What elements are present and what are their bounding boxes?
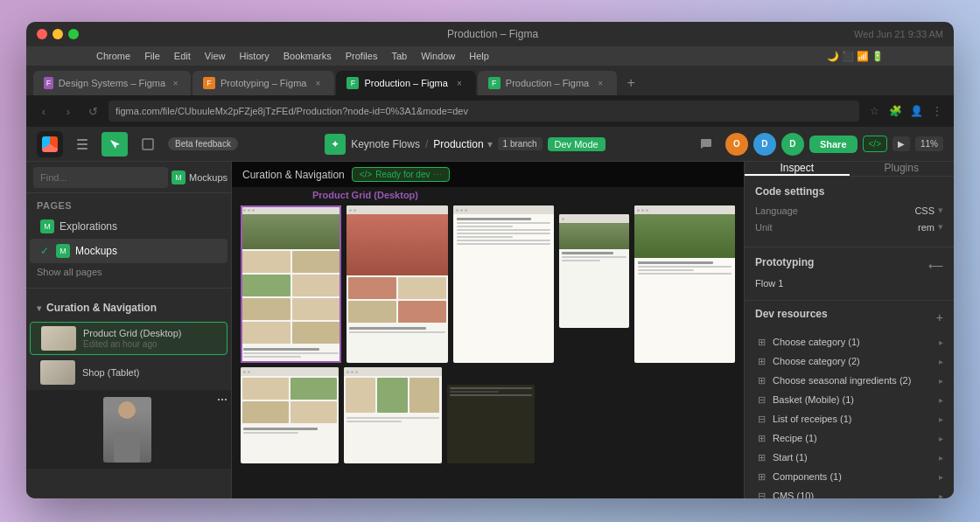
page-item-explorations[interactable]: M Explorations bbox=[30, 214, 228, 239]
dev-resource-list-of-receipes[interactable]: ⊟ List of receipes (1) ▸ bbox=[755, 409, 943, 428]
address-input[interactable] bbox=[108, 101, 859, 122]
share-button[interactable]: Share bbox=[809, 136, 858, 153]
dev-resource-choose-seasonal[interactable]: ⊞ Choose seasonal ingredients (2) ▸ bbox=[755, 371, 943, 390]
dev-resources-add-icon[interactable]: + bbox=[936, 310, 943, 324]
figma-menu-button[interactable] bbox=[37, 131, 63, 157]
dev-mode-button[interactable]: Dev Mode bbox=[548, 137, 606, 151]
comment-button[interactable] bbox=[692, 132, 720, 157]
frame2-cell-2 bbox=[398, 277, 446, 299]
video-options-icon[interactable]: ⋯ bbox=[217, 393, 228, 406]
menu-edit[interactable]: Edit bbox=[174, 51, 191, 61]
design-frame-6[interactable] bbox=[241, 367, 339, 463]
unit-label: Unit bbox=[755, 222, 773, 233]
traffic-maximize-btn[interactable] bbox=[68, 29, 79, 39]
tab-label-design-systems: Design Systems – Figma bbox=[59, 78, 165, 88]
beta-feedback-badge[interactable]: Beta feedback bbox=[168, 137, 238, 150]
frame3-line-2 bbox=[457, 226, 513, 227]
extensions-icon[interactable]: 🧩 bbox=[887, 103, 903, 119]
traffic-close-btn[interactable] bbox=[37, 29, 47, 39]
menu-view[interactable]: View bbox=[205, 51, 226, 61]
dev-resource-components[interactable]: ⊞ Components (1) ▸ bbox=[755, 467, 943, 486]
frame1-hero bbox=[241, 214, 341, 249]
tab-close-production-2[interactable]: × bbox=[594, 77, 606, 89]
layer-item-shop-tablet[interactable]: Shop (Tablet) bbox=[30, 357, 228, 388]
dev-resources-section: Dev resources + ⊞ Choose category (1) ▸ … bbox=[745, 301, 954, 498]
back-button[interactable]: ‹ bbox=[35, 102, 52, 120]
tab-design-systems[interactable]: F Design Systems – Figma × bbox=[33, 71, 191, 95]
tab-close-prototyping[interactable]: × bbox=[312, 77, 324, 89]
menu-chrome[interactable]: Chrome bbox=[96, 51, 130, 61]
forward-button[interactable]: › bbox=[60, 102, 77, 120]
frame-tool-button[interactable] bbox=[135, 132, 161, 157]
frame3-line-3 bbox=[457, 229, 550, 231]
app-title: Production – Figma bbox=[136, 28, 849, 40]
tab-production-active[interactable]: F Production – Figma × bbox=[336, 71, 475, 95]
zoom-level[interactable]: 11% bbox=[915, 136, 943, 151]
file-name-button[interactable]: Production ▾ bbox=[433, 138, 492, 150]
canvas-area[interactable]: Curation & Navigation </> Ready for dev … bbox=[232, 162, 744, 498]
dev-resource-recipe[interactable]: ⊞ Recipe (1) ▸ bbox=[755, 428, 943, 448]
flow-1-item[interactable]: Flow 1 bbox=[755, 275, 943, 291]
frame1-cell-4 bbox=[292, 275, 340, 296]
page-item-mockups[interactable]: ✓ M Mockups bbox=[30, 239, 228, 263]
play-button[interactable]: ▶ bbox=[892, 136, 910, 151]
tab-inspect[interactable]: Inspect bbox=[745, 162, 850, 176]
menu-help[interactable]: Help bbox=[469, 51, 489, 61]
frame2-cell-3 bbox=[348, 301, 396, 323]
prototyping-collapse-icon[interactable]: ⟵ bbox=[928, 260, 943, 272]
dev-resource-basket-mobile[interactable]: ⊟ Basket (Mobile) (1) ▸ bbox=[755, 390, 943, 409]
dev-resource-choose-category-1[interactable]: ⊞ Choose category (1) ▸ bbox=[755, 332, 943, 351]
avatar-1: O bbox=[725, 133, 748, 156]
star-icon[interactable]: ☆ bbox=[866, 103, 882, 119]
profile-icon[interactable]: 👤 bbox=[908, 103, 924, 119]
language-value[interactable]: CSS ▾ bbox=[914, 205, 943, 216]
tab-close-design-systems[interactable]: × bbox=[171, 77, 180, 89]
tab-plugins[interactable]: Plugins bbox=[850, 162, 955, 176]
dev-resource-start[interactable]: ⊞ Start (1) ▸ bbox=[755, 448, 943, 467]
design-frame-1[interactable] bbox=[241, 205, 341, 363]
design-frame-2[interactable] bbox=[346, 205, 447, 363]
tab-close-production-active[interactable]: × bbox=[453, 77, 466, 89]
show-all-pages[interactable]: Show all pages bbox=[26, 263, 231, 281]
traffic-minimize-btn[interactable] bbox=[52, 29, 63, 39]
code-settings-title: Code settings bbox=[755, 185, 943, 198]
layer-item-product-grid[interactable]: Product Grid (Desktop) Edited an hour ag… bbox=[30, 322, 228, 355]
menu-tab[interactable]: Tab bbox=[391, 51, 407, 61]
canvas-frame-label: Curation & Navigation </> Ready for dev … bbox=[232, 162, 744, 187]
tab-production-2[interactable]: F Production – Figma × bbox=[478, 71, 617, 95]
new-tab-button[interactable]: + bbox=[619, 71, 643, 95]
figma-app: Beta feedback ✦ Keynote Flows / Producti… bbox=[26, 127, 954, 498]
frame2-cell-4 bbox=[398, 301, 446, 323]
menu-history[interactable]: History bbox=[239, 51, 269, 61]
dev-resource-cms[interactable]: ⊟ CMS (10) ▸ bbox=[755, 486, 943, 498]
sidebar-search-input[interactable] bbox=[33, 167, 168, 188]
menu-window[interactable]: Window bbox=[421, 51, 455, 61]
frame5-line-1 bbox=[638, 266, 732, 268]
unit-value[interactable]: rem ▾ bbox=[918, 221, 943, 233]
dev-resource-choose-category-2[interactable]: ⊞ Choose category (2) ▸ bbox=[755, 351, 943, 371]
refresh-button[interactable]: ↺ bbox=[84, 102, 102, 120]
branch-button[interactable]: 1 branch bbox=[498, 137, 542, 150]
curation-section-header[interactable]: ▾ Curation & Navigation bbox=[26, 296, 231, 320]
frame1-cell-7 bbox=[242, 322, 290, 344]
code-toggle-button[interactable]: </> bbox=[863, 136, 887, 152]
design-frame-4[interactable] bbox=[559, 214, 629, 328]
menu-bookmarks[interactable]: Bookmarks bbox=[284, 51, 332, 61]
svg-rect-3 bbox=[143, 139, 153, 150]
design-frame-5[interactable] bbox=[634, 205, 735, 363]
menu-profiles[interactable]: Profiles bbox=[346, 51, 378, 61]
tab-prototyping[interactable]: F Prototyping – Figma × bbox=[192, 71, 334, 95]
layers-panel-button[interactable] bbox=[70, 132, 94, 157]
design-frame-7[interactable] bbox=[344, 367, 442, 463]
move-tool-button[interactable] bbox=[102, 132, 128, 157]
dev-resource-icon-8: ⊞ bbox=[755, 470, 767, 483]
frame2-cell-1 bbox=[348, 277, 396, 299]
menu-icon[interactable]: ⋮ bbox=[929, 103, 945, 119]
design-frame-3[interactable] bbox=[453, 205, 554, 363]
ready-badge-menu-icon: ⋯ bbox=[433, 170, 442, 179]
frame3-line-5 bbox=[457, 236, 513, 238]
frame6-cell-2 bbox=[290, 378, 337, 400]
menu-file[interactable]: File bbox=[144, 51, 160, 61]
design-frame-8[interactable] bbox=[447, 385, 535, 463]
section-name: Curation & Navigation bbox=[46, 302, 157, 314]
